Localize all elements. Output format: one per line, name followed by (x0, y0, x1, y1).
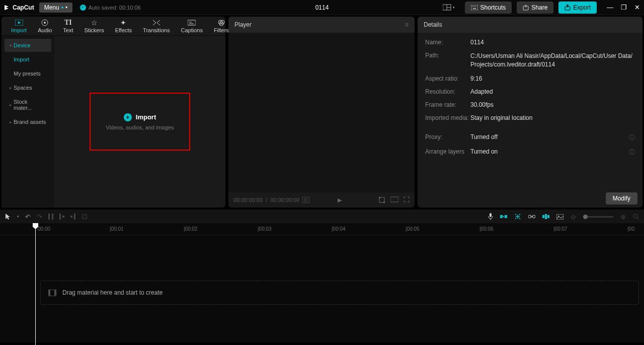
crop-icon[interactable] (378, 196, 385, 203)
timeline-tracks[interactable]: Drag material here and start to create (0, 235, 644, 341)
filters-tab-icon (217, 19, 226, 26)
import-dropzone[interactable]: + Import Videos, audios, and images (90, 93, 190, 151)
detail-path-value: C:/Users/Usman Ali Nasir/AppData/Local/C… (470, 52, 635, 69)
capcut-logo-icon (4, 4, 11, 11)
undo-button[interactable]: ↶ (25, 213, 31, 221)
zoom-in-icon[interactable]: ⊕ (620, 213, 626, 221)
captions-tab-icon (187, 19, 196, 26)
play-button[interactable]: ▶ (338, 197, 342, 203)
timeline-toolbar: ▾ ↶ ↷ ⊖ ⊕ (0, 209, 644, 224)
svg-rect-21 (383, 201, 385, 203)
sidebar-brand[interactable]: ▸Brand assets (5, 115, 51, 128)
svg-rect-39 (547, 215, 549, 218)
film-icon (48, 290, 56, 296)
player-controls: 00:00:00:00 / 00:00:00:00 ⊞ ▶ (228, 192, 415, 208)
link-icon[interactable] (528, 215, 535, 219)
maximize-button[interactable]: ❐ (621, 4, 627, 11)
media-sidebar: ▾Device Import My presets ▸Spaces ▸Stock… (2, 36, 54, 208)
player-title: Player (234, 21, 252, 28)
svg-rect-30 (490, 213, 492, 217)
sidebar-import[interactable]: Import (5, 53, 51, 66)
details-panel: Details Name:0114 Path:C:/Users/Usman Al… (418, 17, 642, 208)
delete-button[interactable] (82, 214, 88, 220)
sidebar-presets[interactable]: My presets (5, 67, 51, 80)
project-title: 0114 (315, 4, 329, 11)
player-time-current: 00:00:00:00 (233, 197, 263, 203)
svg-rect-38 (545, 214, 547, 219)
close-button[interactable]: ✕ (634, 4, 640, 11)
player-viewport[interactable] (228, 33, 415, 192)
split-button[interactable] (48, 214, 53, 220)
layout-mode-button[interactable]: ▾ (443, 4, 455, 11)
keyboard-icon (471, 5, 478, 10)
title-bar: CapCut Menu ✓ Auto saved: 00:10:06 0114 … (0, 0, 644, 15)
export-icon (565, 5, 571, 11)
detail-imported-label: Imported media: (425, 114, 470, 121)
sidebar-device[interactable]: ▾Device (5, 39, 51, 52)
tab-captions[interactable]: Captions (175, 19, 208, 33)
detail-arrange-label: Arrange layers (425, 148, 470, 157)
svg-point-5 (473, 6, 474, 7)
select-dropdown[interactable]: ▾ (17, 215, 19, 219)
import-title: Import (136, 113, 156, 121)
player-panel: Player ≡ 00:00:00:00 / 00:00:00:00 ⊞ ▶ (228, 17, 415, 208)
zoom-out-icon[interactable]: ⊖ (571, 213, 576, 221)
svg-rect-24 (52, 214, 53, 220)
share-button[interactable]: Share (517, 2, 553, 14)
magnetic-icon[interactable] (500, 214, 507, 219)
svg-rect-13 (188, 20, 196, 25)
ratio-icon[interactable] (390, 196, 398, 203)
media-panel: Import Audio TI Text ☆ Stickers ✦ Effect… (2, 17, 225, 208)
menu-button[interactable]: Menu (39, 3, 72, 13)
svg-rect-32 (505, 215, 507, 218)
tab-effects[interactable]: ✦ Effects (110, 19, 137, 33)
sidebar-spaces[interactable]: ▸Spaces (5, 81, 51, 94)
tab-transitions[interactable]: Transitions (137, 19, 175, 33)
layout-icon (443, 4, 452, 11)
detail-name-value: 0114 (470, 39, 635, 46)
modify-button[interactable]: Modify (606, 192, 637, 204)
detail-proxy-value: Turned off (470, 133, 629, 142)
detail-path-label: Path: (425, 52, 470, 69)
minimize-button[interactable]: — (607, 4, 613, 11)
timeline-drop-hint[interactable]: Drag material here and start to create (40, 281, 639, 305)
tab-stickers[interactable]: ☆ Stickers (79, 19, 110, 33)
svg-rect-26 (62, 216, 64, 218)
tab-import[interactable]: Import (6, 19, 32, 33)
audio-tab-icon (40, 19, 49, 26)
player-quality-icon[interactable]: ⊞ (302, 197, 309, 203)
redo-button[interactable]: ↷ (37, 213, 42, 221)
trim-right-button[interactable] (70, 214, 75, 220)
svg-rect-7 (473, 8, 476, 9)
trim-left-button[interactable] (59, 214, 64, 220)
preview-axis-icon[interactable] (542, 214, 549, 219)
player-menu-icon[interactable]: ≡ (405, 21, 409, 28)
detail-framerate-label: Frame rate: (425, 101, 470, 108)
svg-rect-31 (500, 215, 503, 218)
stickers-tab-icon: ☆ (90, 19, 99, 26)
export-button[interactable]: Export (558, 2, 597, 14)
fullscreen-icon[interactable] (404, 196, 410, 203)
player-time-total: 00:00:00:00 (270, 197, 299, 203)
sidebar-stock[interactable]: ▸Stock mater... (5, 95, 51, 114)
select-tool[interactable] (5, 213, 11, 220)
transitions-tab-icon (152, 19, 161, 26)
app-logo: CapCut (4, 4, 34, 11)
svg-rect-28 (74, 214, 75, 220)
cover-icon[interactable] (556, 214, 564, 220)
timeline-ruler[interactable]: 00:00 |00:01 |00:02 |00:03 |00:04 |00:05… (0, 224, 644, 235)
linkage-icon[interactable] (514, 213, 521, 220)
info-icon[interactable]: ⓘ (629, 133, 635, 142)
shortcuts-button[interactable]: Shortcuts (465, 2, 512, 14)
mic-icon[interactable] (488, 213, 493, 220)
tab-text[interactable]: TI Text (57, 19, 78, 33)
svg-rect-25 (59, 214, 61, 220)
tab-audio[interactable]: Audio (32, 19, 57, 33)
zoom-fit-icon[interactable] (633, 214, 639, 220)
zoom-slider[interactable] (583, 216, 613, 218)
details-title: Details (424, 21, 442, 28)
svg-point-42 (633, 214, 637, 218)
info-icon[interactable]: ⓘ (629, 148, 635, 157)
svg-rect-22 (390, 197, 398, 202)
check-icon: ✓ (80, 5, 86, 11)
